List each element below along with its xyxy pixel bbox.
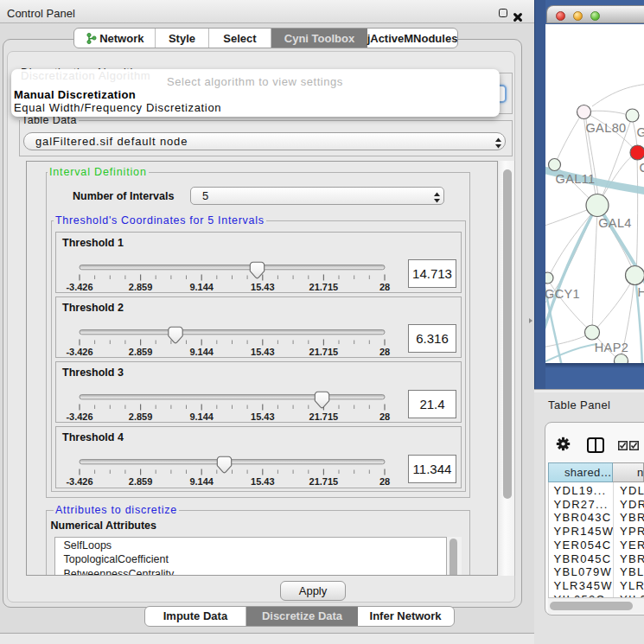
svg-text:21.715: 21.715 bbox=[309, 476, 339, 487]
svg-text:15.43: 15.43 bbox=[251, 346, 275, 356]
svg-text:-3.426: -3.426 bbox=[66, 281, 92, 291]
svg-text:CD: CD bbox=[640, 161, 644, 175]
svg-text:28: 28 bbox=[379, 346, 390, 356]
svg-text:GAL4: GAL4 bbox=[598, 216, 632, 230]
svg-text:GAL11: GAL11 bbox=[555, 172, 595, 186]
svg-text:HA: HA bbox=[638, 285, 644, 299]
svg-text:15.43: 15.43 bbox=[251, 411, 275, 422]
svg-text:GAL80: GAL80 bbox=[585, 121, 626, 135]
svg-text:21.715: 21.715 bbox=[309, 411, 339, 422]
svg-text:2.859: 2.859 bbox=[129, 476, 153, 487]
svg-text:9.144: 9.144 bbox=[189, 411, 214, 422]
svg-text:28: 28 bbox=[379, 281, 390, 291]
svg-text:2.859: 2.859 bbox=[129, 346, 153, 356]
svg-text:GCY1: GCY1 bbox=[545, 287, 580, 301]
svg-text:-3.426: -3.426 bbox=[66, 476, 92, 487]
svg-text:GAL…: GAL… bbox=[637, 125, 644, 139]
svg-text:21.715: 21.715 bbox=[309, 346, 339, 356]
svg-text:28: 28 bbox=[379, 476, 390, 487]
svg-text:15.43: 15.43 bbox=[251, 476, 275, 487]
svg-text:-3.426: -3.426 bbox=[66, 411, 92, 422]
svg-text:-3.426: -3.426 bbox=[66, 346, 92, 356]
svg-text:9.144: 9.144 bbox=[189, 281, 214, 291]
svg-text:9.144: 9.144 bbox=[189, 346, 214, 356]
svg-text:HAP2: HAP2 bbox=[595, 341, 628, 354]
svg-text:15.43: 15.43 bbox=[251, 281, 275, 291]
svg-text:2.859: 2.859 bbox=[129, 281, 153, 291]
svg-text:2.859: 2.859 bbox=[129, 411, 153, 422]
svg-text:28: 28 bbox=[379, 411, 390, 422]
svg-text:21.715: 21.715 bbox=[309, 281, 339, 291]
svg-text:9.144: 9.144 bbox=[189, 476, 214, 487]
